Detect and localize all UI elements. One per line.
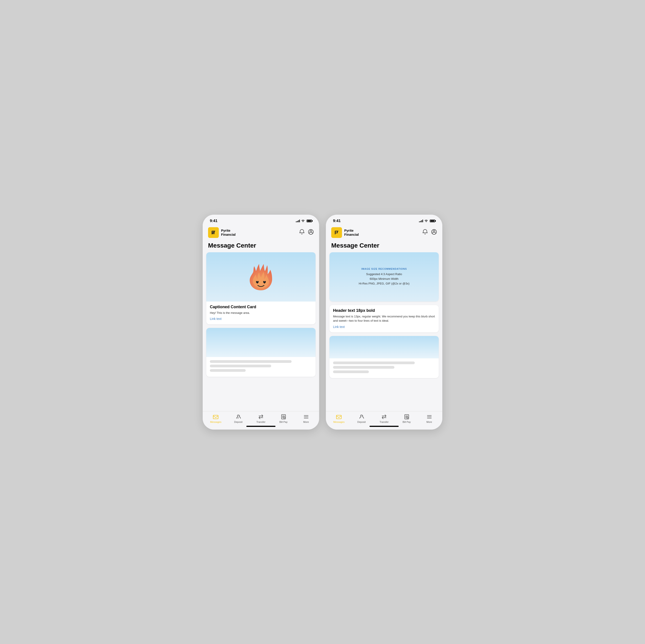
notification-icon-2[interactable] — [422, 229, 428, 236]
nav-billpay-1[interactable]: Bill Pay — [276, 414, 291, 423]
image-recs-line1: Suggested 4:3 Aspect Ratio 600px Minimum… — [359, 272, 409, 286]
bottom-nav-2: Messages Deposit Transfer — [326, 411, 442, 425]
svg-rect-15 — [337, 231, 338, 233]
nav-more-2[interactable]: More — [422, 414, 437, 423]
logo-area-2: Pyrite Financial — [331, 227, 359, 238]
nav-billpay-2[interactable]: Bill Pay — [399, 414, 415, 423]
nav-transfer-label-1: Transfer — [256, 421, 266, 423]
status-icons-1 — [296, 219, 312, 223]
nav-more-label-1: More — [303, 421, 309, 423]
skeleton-image-2 — [330, 336, 439, 358]
app-header-2: Pyrite Financial — [326, 225, 442, 241]
status-time-2: 9:41 — [333, 219, 341, 223]
image-recs-content: IMAGE SIZE RECOMMENDATIONS Suggested 4:3… — [354, 252, 414, 302]
nav-messages-2[interactable]: Messages — [331, 414, 347, 423]
skeleton-image-1 — [206, 328, 315, 357]
skeleton-body-1 — [206, 357, 315, 377]
card-body-1: Captioned Content Card Hey! This is the … — [206, 302, 315, 325]
wifi-icon-2 — [424, 219, 428, 223]
nav-messages-1[interactable]: Messages — [208, 414, 223, 423]
skeleton-card-2 — [330, 336, 439, 378]
nav-billpay-label-1: Bill Pay — [279, 421, 287, 423]
nav-more-1[interactable]: More — [298, 414, 314, 423]
signal-icon-2 — [419, 220, 423, 222]
skeleton-line-5 — [333, 366, 394, 369]
page-title-2: Message Center — [326, 241, 442, 252]
phone-2: 9:41 — [326, 215, 442, 429]
home-indicator-1 — [203, 425, 319, 429]
svg-rect-4 — [212, 233, 214, 233]
logo-icon-1: ä — [208, 227, 219, 238]
card-link-1[interactable]: Link text — [210, 317, 221, 321]
profile-icon-1[interactable] — [308, 229, 314, 236]
logo-icon-2 — [331, 227, 342, 238]
card-link-2[interactable]: Link text — [333, 325, 345, 329]
logo-area-1: ä Pyrite Financial — [208, 227, 236, 238]
content-area-1: Captioned Content Card Hey! This is the … — [203, 252, 319, 411]
app-header-1: ä Pyrite Financial — [203, 225, 319, 241]
nav-messages-label-1: Messages — [210, 421, 221, 423]
profile-icon-2[interactable] — [431, 229, 437, 236]
nav-deposit-1[interactable]: Deposit — [230, 414, 246, 423]
svg-rect-18 — [337, 415, 341, 419]
content-card-1: Captioned Content Card Hey! This is the … — [206, 252, 315, 325]
svg-rect-8 — [213, 415, 218, 419]
svg-point-19 — [362, 415, 362, 416]
skeleton-card-1 — [206, 328, 315, 377]
image-recs-title: IMAGE SIZE RECOMMENDATIONS — [361, 268, 407, 270]
nav-deposit-2[interactable]: Deposit — [354, 414, 369, 423]
phone-1: 9:41 — [203, 215, 319, 429]
page-title-1: Message Center — [203, 241, 319, 252]
skeleton-line-4 — [333, 361, 415, 364]
logo-text-2: Pyrite Financial — [344, 229, 359, 237]
svg-point-17 — [433, 230, 435, 232]
skeleton-body-2 — [330, 358, 439, 378]
home-bar-2 — [370, 426, 399, 427]
card-title-2: Header text 18px bold — [333, 308, 435, 313]
logo-text-1: Pyrite Financial — [221, 229, 236, 237]
skeleton-line-6 — [333, 370, 369, 373]
home-bar-1 — [246, 426, 275, 427]
svg-rect-14 — [335, 233, 337, 233]
skeleton-line-1 — [210, 360, 291, 363]
svg-point-7 — [310, 230, 312, 232]
svg-point-9 — [238, 415, 239, 416]
wifi-icon-1 — [301, 219, 305, 223]
nav-messages-label-2: Messages — [333, 421, 345, 423]
image-recs-area: IMAGE SIZE RECOMMENDATIONS Suggested 4:3… — [330, 252, 439, 302]
nav-deposit-label-1: Deposit — [234, 421, 243, 423]
header-icons-1 — [299, 229, 314, 236]
notification-icon-1[interactable] — [299, 229, 305, 236]
nav-transfer-2[interactable]: Transfer — [376, 414, 392, 423]
content-card-2: Header text 18px bold Message text is 13… — [330, 305, 439, 332]
card-image-1 — [206, 252, 315, 302]
status-icons-2 — [419, 219, 435, 223]
nav-deposit-label-2: Deposit — [358, 421, 366, 423]
status-bar-2: 9:41 — [326, 215, 442, 225]
card-message-1: Hey! This is the message area. — [210, 311, 312, 315]
skeleton-line-3 — [210, 369, 246, 372]
nav-more-label-2: More — [426, 421, 432, 423]
bottom-nav-1: Messages Deposit Transfer — [203, 411, 319, 425]
content-area-2: IMAGE SIZE RECOMMENDATIONS Suggested 4:3… — [326, 252, 442, 411]
status-bar-1: 9:41 — [203, 215, 319, 225]
nav-transfer-label-2: Transfer — [380, 421, 389, 423]
phones-container: 9:41 — [203, 215, 442, 429]
status-time-1: 9:41 — [210, 219, 217, 223]
card-body-2: Header text 18px bold Message text is 13… — [330, 305, 439, 332]
nav-billpay-label-2: Bill Pay — [402, 421, 411, 423]
battery-icon-1 — [306, 220, 312, 222]
home-indicator-2 — [326, 425, 442, 429]
card-message-2: Message text is 13px, regular weight. We… — [333, 314, 435, 323]
card-title-1: Captioned Content Card — [210, 305, 312, 309]
header-icons-2 — [422, 229, 437, 236]
skeleton-line-2 — [210, 365, 271, 367]
signal-icon-1 — [296, 220, 300, 222]
nav-transfer-1[interactable]: Transfer — [253, 414, 269, 423]
battery-icon-2 — [430, 220, 435, 222]
image-recs-card: IMAGE SIZE RECOMMENDATIONS Suggested 4:3… — [330, 252, 439, 302]
svg-rect-5 — [214, 231, 215, 233]
flame-icon — [247, 252, 274, 302]
